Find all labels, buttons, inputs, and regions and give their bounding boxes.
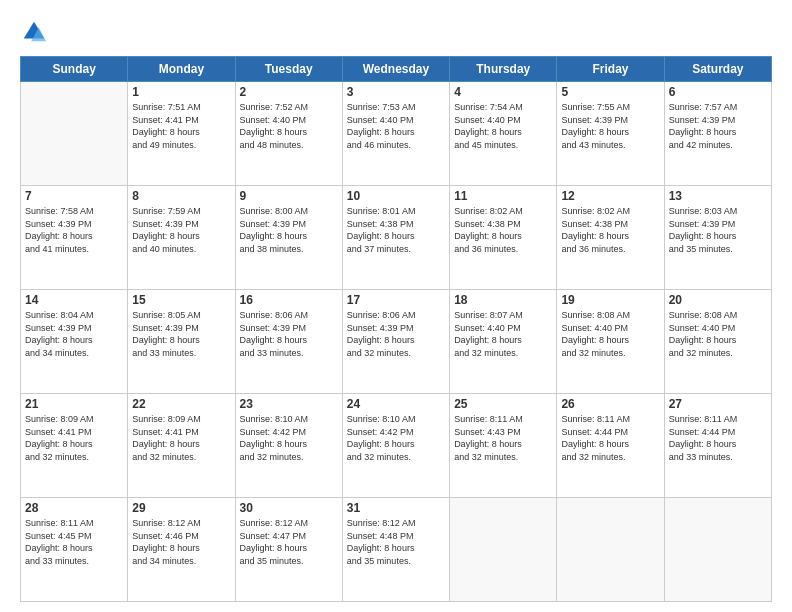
day-info: Sunrise: 8:11 AMSunset: 4:43 PMDaylight:…	[454, 413, 552, 463]
day-info: Sunrise: 8:04 AMSunset: 4:39 PMDaylight:…	[25, 309, 123, 359]
day-info: Sunrise: 7:54 AMSunset: 4:40 PMDaylight:…	[454, 101, 552, 151]
day-info: Sunrise: 7:55 AMSunset: 4:39 PMDaylight:…	[561, 101, 659, 151]
day-info: Sunrise: 8:11 AMSunset: 4:44 PMDaylight:…	[669, 413, 767, 463]
day-info: Sunrise: 7:59 AMSunset: 4:39 PMDaylight:…	[132, 205, 230, 255]
day-info: Sunrise: 7:58 AMSunset: 4:39 PMDaylight:…	[25, 205, 123, 255]
day-info: Sunrise: 7:57 AMSunset: 4:39 PMDaylight:…	[669, 101, 767, 151]
calendar-cell: 3Sunrise: 7:53 AMSunset: 4:40 PMDaylight…	[342, 82, 449, 186]
day-number: 13	[669, 189, 767, 203]
calendar-cell: 5Sunrise: 7:55 AMSunset: 4:39 PMDaylight…	[557, 82, 664, 186]
day-number: 22	[132, 397, 230, 411]
day-info: Sunrise: 8:03 AMSunset: 4:39 PMDaylight:…	[669, 205, 767, 255]
day-info: Sunrise: 7:52 AMSunset: 4:40 PMDaylight:…	[240, 101, 338, 151]
day-info: Sunrise: 8:11 AMSunset: 4:44 PMDaylight:…	[561, 413, 659, 463]
calendar-cell: 16Sunrise: 8:06 AMSunset: 4:39 PMDayligh…	[235, 290, 342, 394]
day-info: Sunrise: 8:01 AMSunset: 4:38 PMDaylight:…	[347, 205, 445, 255]
weekday-header-monday: Monday	[128, 57, 235, 82]
day-number: 7	[25, 189, 123, 203]
day-number: 1	[132, 85, 230, 99]
day-info: Sunrise: 8:10 AMSunset: 4:42 PMDaylight:…	[240, 413, 338, 463]
calendar-cell: 9Sunrise: 8:00 AMSunset: 4:39 PMDaylight…	[235, 186, 342, 290]
day-number: 28	[25, 501, 123, 515]
day-info: Sunrise: 8:12 AMSunset: 4:46 PMDaylight:…	[132, 517, 230, 567]
weekday-header-wednesday: Wednesday	[342, 57, 449, 82]
header	[20, 18, 772, 46]
day-number: 31	[347, 501, 445, 515]
day-number: 15	[132, 293, 230, 307]
weekday-header-friday: Friday	[557, 57, 664, 82]
calendar-cell: 21Sunrise: 8:09 AMSunset: 4:41 PMDayligh…	[21, 394, 128, 498]
day-info: Sunrise: 8:09 AMSunset: 4:41 PMDaylight:…	[25, 413, 123, 463]
weekday-header-thursday: Thursday	[450, 57, 557, 82]
calendar-cell	[664, 498, 771, 602]
day-number: 17	[347, 293, 445, 307]
day-number: 3	[347, 85, 445, 99]
calendar-cell: 29Sunrise: 8:12 AMSunset: 4:46 PMDayligh…	[128, 498, 235, 602]
calendar-cell: 23Sunrise: 8:10 AMSunset: 4:42 PMDayligh…	[235, 394, 342, 498]
calendar-cell: 7Sunrise: 7:58 AMSunset: 4:39 PMDaylight…	[21, 186, 128, 290]
calendar-cell: 30Sunrise: 8:12 AMSunset: 4:47 PMDayligh…	[235, 498, 342, 602]
day-number: 30	[240, 501, 338, 515]
page: SundayMondayTuesdayWednesdayThursdayFrid…	[0, 0, 792, 612]
day-info: Sunrise: 8:09 AMSunset: 4:41 PMDaylight:…	[132, 413, 230, 463]
weekday-header-tuesday: Tuesday	[235, 57, 342, 82]
day-number: 5	[561, 85, 659, 99]
calendar-cell	[21, 82, 128, 186]
day-number: 23	[240, 397, 338, 411]
day-info: Sunrise: 8:08 AMSunset: 4:40 PMDaylight:…	[669, 309, 767, 359]
calendar-cell: 28Sunrise: 8:11 AMSunset: 4:45 PMDayligh…	[21, 498, 128, 602]
day-info: Sunrise: 8:07 AMSunset: 4:40 PMDaylight:…	[454, 309, 552, 359]
day-number: 8	[132, 189, 230, 203]
calendar-cell: 17Sunrise: 8:06 AMSunset: 4:39 PMDayligh…	[342, 290, 449, 394]
day-number: 9	[240, 189, 338, 203]
weekday-header-saturday: Saturday	[664, 57, 771, 82]
weekday-header-sunday: Sunday	[21, 57, 128, 82]
day-info: Sunrise: 7:51 AMSunset: 4:41 PMDaylight:…	[132, 101, 230, 151]
day-number: 25	[454, 397, 552, 411]
day-info: Sunrise: 8:10 AMSunset: 4:42 PMDaylight:…	[347, 413, 445, 463]
calendar-cell: 11Sunrise: 8:02 AMSunset: 4:38 PMDayligh…	[450, 186, 557, 290]
calendar-cell: 24Sunrise: 8:10 AMSunset: 4:42 PMDayligh…	[342, 394, 449, 498]
calendar-cell: 19Sunrise: 8:08 AMSunset: 4:40 PMDayligh…	[557, 290, 664, 394]
calendar-cell: 15Sunrise: 8:05 AMSunset: 4:39 PMDayligh…	[128, 290, 235, 394]
day-number: 16	[240, 293, 338, 307]
day-number: 29	[132, 501, 230, 515]
calendar-cell: 6Sunrise: 7:57 AMSunset: 4:39 PMDaylight…	[664, 82, 771, 186]
day-number: 4	[454, 85, 552, 99]
calendar-cell: 20Sunrise: 8:08 AMSunset: 4:40 PMDayligh…	[664, 290, 771, 394]
calendar-cell: 13Sunrise: 8:03 AMSunset: 4:39 PMDayligh…	[664, 186, 771, 290]
calendar-cell: 10Sunrise: 8:01 AMSunset: 4:38 PMDayligh…	[342, 186, 449, 290]
calendar-cell: 18Sunrise: 8:07 AMSunset: 4:40 PMDayligh…	[450, 290, 557, 394]
logo-icon	[20, 18, 48, 46]
day-number: 27	[669, 397, 767, 411]
day-info: Sunrise: 8:00 AMSunset: 4:39 PMDaylight:…	[240, 205, 338, 255]
day-info: Sunrise: 8:08 AMSunset: 4:40 PMDaylight:…	[561, 309, 659, 359]
day-info: Sunrise: 8:11 AMSunset: 4:45 PMDaylight:…	[25, 517, 123, 567]
day-number: 24	[347, 397, 445, 411]
calendar-cell: 25Sunrise: 8:11 AMSunset: 4:43 PMDayligh…	[450, 394, 557, 498]
calendar-cell	[557, 498, 664, 602]
day-info: Sunrise: 8:05 AMSunset: 4:39 PMDaylight:…	[132, 309, 230, 359]
calendar-table: SundayMondayTuesdayWednesdayThursdayFrid…	[20, 56, 772, 602]
calendar-cell: 12Sunrise: 8:02 AMSunset: 4:38 PMDayligh…	[557, 186, 664, 290]
calendar-cell: 22Sunrise: 8:09 AMSunset: 4:41 PMDayligh…	[128, 394, 235, 498]
day-number: 11	[454, 189, 552, 203]
calendar-cell: 14Sunrise: 8:04 AMSunset: 4:39 PMDayligh…	[21, 290, 128, 394]
calendar-cell: 2Sunrise: 7:52 AMSunset: 4:40 PMDaylight…	[235, 82, 342, 186]
logo	[20, 18, 52, 46]
calendar-cell: 31Sunrise: 8:12 AMSunset: 4:48 PMDayligh…	[342, 498, 449, 602]
day-number: 19	[561, 293, 659, 307]
day-info: Sunrise: 8:12 AMSunset: 4:48 PMDaylight:…	[347, 517, 445, 567]
day-number: 6	[669, 85, 767, 99]
day-number: 20	[669, 293, 767, 307]
calendar-cell: 26Sunrise: 8:11 AMSunset: 4:44 PMDayligh…	[557, 394, 664, 498]
calendar-cell: 27Sunrise: 8:11 AMSunset: 4:44 PMDayligh…	[664, 394, 771, 498]
calendar-cell: 4Sunrise: 7:54 AMSunset: 4:40 PMDaylight…	[450, 82, 557, 186]
day-info: Sunrise: 8:06 AMSunset: 4:39 PMDaylight:…	[347, 309, 445, 359]
day-number: 26	[561, 397, 659, 411]
day-number: 14	[25, 293, 123, 307]
day-number: 10	[347, 189, 445, 203]
day-info: Sunrise: 8:12 AMSunset: 4:47 PMDaylight:…	[240, 517, 338, 567]
day-number: 12	[561, 189, 659, 203]
day-info: Sunrise: 8:06 AMSunset: 4:39 PMDaylight:…	[240, 309, 338, 359]
